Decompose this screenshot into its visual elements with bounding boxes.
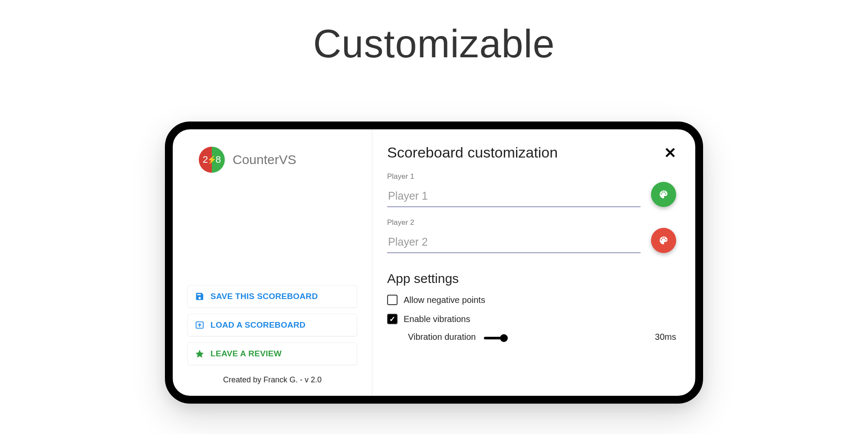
sidebar: 2 8 ⚡ CounterVS SAVE THIS SCOREBOARD — [173, 129, 372, 396]
device-frame: 2 8 ⚡ CounterVS SAVE THIS SCOREBOARD — [165, 122, 703, 404]
save-scoreboard-button[interactable]: SAVE THIS SCOREBOARD — [187, 285, 357, 308]
player2-input[interactable] — [387, 233, 641, 253]
allow-negative-checkbox[interactable] — [387, 295, 398, 305]
palette-icon — [658, 189, 669, 200]
bolt-icon: ⚡ — [207, 155, 217, 164]
player2-color-button[interactable] — [651, 228, 676, 253]
brand: 2 8 ⚡ CounterVS — [186, 147, 359, 173]
enable-vibrations-checkbox[interactable] — [387, 314, 398, 324]
leave-review-button[interactable]: LEAVE A REVIEW — [187, 342, 357, 365]
leave-review-label: LEAVE A REVIEW — [210, 349, 282, 358]
player1-input[interactable] — [387, 187, 641, 207]
close-icon[interactable]: ✕ — [664, 145, 676, 160]
vibration-duration-value: 30ms — [655, 332, 676, 342]
vibration-duration-label: Vibration duration — [408, 332, 476, 342]
credit-text: Created by Franck G. - v 2.0 — [186, 375, 359, 385]
save-scoreboard-label: SAVE THIS SCOREBOARD — [210, 292, 318, 301]
hero-title: Customizable — [0, 22, 868, 66]
panel-title: Scoreboard customization — [387, 144, 558, 161]
app-screen: 2 8 ⚡ CounterVS SAVE THIS SCOREBOARD — [173, 129, 695, 396]
palette-icon — [658, 235, 669, 246]
star-icon — [195, 349, 204, 358]
sidebar-actions: SAVE THIS SCOREBOARD LOAD A SCOREBOARD L… — [186, 285, 359, 365]
player1-color-button[interactable] — [651, 182, 676, 207]
main-panel: Scoreboard customization ✕ Player 1 — [372, 129, 695, 396]
vibration-duration-slider[interactable] — [484, 337, 504, 339]
load-scoreboard-button[interactable]: LOAD A SCOREBOARD — [187, 314, 357, 336]
upload-icon — [195, 320, 204, 330]
allow-negative-label: Allow negative points — [404, 295, 485, 305]
settings-title: App settings — [387, 271, 676, 286]
player2-label: Player 2 — [387, 218, 641, 227]
player1-label: Player 1 — [387, 172, 641, 181]
load-scoreboard-label: LOAD A SCOREBOARD — [210, 320, 306, 330]
save-icon — [195, 292, 204, 301]
app-name: CounterVS — [233, 152, 296, 167]
enable-vibrations-label: Enable vibrations — [404, 314, 470, 324]
app-logo-icon: 2 8 ⚡ — [199, 147, 225, 173]
